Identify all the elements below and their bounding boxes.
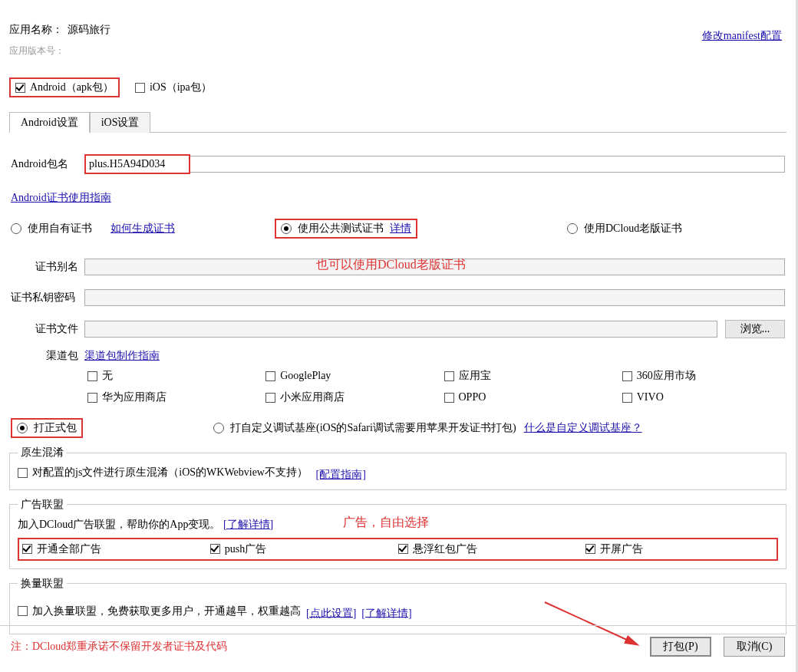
checkbox-channel-none[interactable]: 无 xyxy=(87,369,250,383)
checkbox-icon xyxy=(398,544,408,554)
checkbox-android[interactable]: Android（apk包） xyxy=(15,81,114,94)
checkbox-ad-push[interactable]: push广告 xyxy=(210,542,398,556)
checkbox-icon xyxy=(265,393,275,403)
legend-exchange: 换量联盟 xyxy=(18,577,67,591)
checkbox-channel-yyb[interactable]: 应用宝 xyxy=(444,369,607,383)
cert-file-input[interactable] xyxy=(84,321,717,338)
android-package-input-ext[interactable] xyxy=(190,156,785,173)
checkbox-icon xyxy=(22,544,32,554)
public-cert-detail-link[interactable]: 详情 xyxy=(390,222,411,236)
checkbox-icon xyxy=(87,371,97,381)
checkbox-ad-splash[interactable]: 开屏广告 xyxy=(585,542,773,556)
checkbox-icon xyxy=(265,371,275,381)
cert-guide-link[interactable]: Android证书使用指南 xyxy=(11,192,111,203)
checkbox-ios-label: iOS（ipa包） xyxy=(150,81,212,94)
radio-build-official[interactable]: 打正式包 xyxy=(17,421,77,435)
custom-build-info-link[interactable]: 什么是自定义调试基座？ xyxy=(524,421,642,435)
app-name-value: 源码旅行 xyxy=(68,23,110,37)
how-generate-cert-link[interactable]: 如何生成证书 xyxy=(110,222,175,236)
channel-guide-link[interactable]: 渠道包制作指南 xyxy=(84,349,160,363)
fieldset-native-mixed: 原生混淆 对配置的js文件进行原生混淆（iOS的WKWebview不支持） [配… xyxy=(9,446,786,490)
exchange-detail-link[interactable]: [了解详情] xyxy=(361,607,411,618)
checkbox-native-mixed[interactable]: 对配置的js文件进行原生混淆（iOS的WKWebview不支持） xyxy=(18,466,308,479)
radio-icon xyxy=(213,423,224,433)
channel-label: 渠道包 xyxy=(11,349,84,363)
checkbox-channel-vivo[interactable]: VIVO xyxy=(622,390,785,404)
checkbox-channel-xiaomi[interactable]: 小米应用商店 xyxy=(265,390,428,404)
checkbox-channel-oppo[interactable]: OPPO xyxy=(444,390,607,404)
checkbox-ad-float[interactable]: 悬浮红包广告 xyxy=(398,542,586,556)
cert-alias-label: 证书别名 xyxy=(11,260,84,274)
radio-dcloud-cert-label: 使用DCloud老版证书 xyxy=(584,222,682,236)
annotation-cert-hint: 也可以使用DCloud老版证书 xyxy=(316,257,466,273)
tab-android[interactable]: Android设置 xyxy=(9,112,90,133)
checkbox-android-label: Android（apk包） xyxy=(30,81,114,94)
radio-icon xyxy=(281,223,292,234)
exchange-settings-link[interactable]: [点此设置] xyxy=(306,607,356,618)
footer-note: 注：DCloud郑重承诺不保留开发者证书及代码 xyxy=(11,640,227,654)
checkbox-icon xyxy=(444,371,454,381)
native-mixed-guide-link[interactable]: [配置指南] xyxy=(315,469,365,480)
cert-key-label: 证书私钥密码 xyxy=(11,291,84,305)
checkbox-icon xyxy=(15,83,25,93)
radio-public-cert-label: 使用公共测试证书 xyxy=(298,222,384,236)
checkbox-icon xyxy=(622,371,632,381)
tab-ios[interactable]: iOS设置 xyxy=(90,112,151,133)
checkbox-icon xyxy=(87,393,97,403)
exchange-desc: 加入换量联盟，免费获取更多用户，开通越早，权重越高 xyxy=(32,604,301,618)
radio-build-custom[interactable]: 打自定义调试基座(iOS的Safari调试需要用苹果开发证书打包) xyxy=(213,421,516,435)
browse-button[interactable]: 浏览... xyxy=(725,320,785,338)
checkbox-channel-googleplay[interactable]: GooglePlay xyxy=(265,369,428,383)
radio-icon xyxy=(11,223,21,234)
checkbox-channel-360[interactable]: 360应用市场 xyxy=(622,369,785,383)
checkbox-icon xyxy=(622,393,632,403)
cert-file-label: 证书文件 xyxy=(11,322,84,336)
radio-icon xyxy=(17,423,28,433)
checkbox-icon xyxy=(210,544,220,554)
build-button[interactable]: 打包(P) xyxy=(650,637,711,657)
radio-dcloud-cert[interactable]: 使用DCloud老版证书 xyxy=(567,222,682,236)
android-package-input[interactable] xyxy=(86,156,189,173)
cancel-button[interactable]: 取消(C) xyxy=(724,637,785,657)
radio-icon xyxy=(567,223,578,234)
native-mixed-label: 对配置的js文件进行原生混淆（iOS的WKWebview不支持） xyxy=(32,466,308,479)
ads-desc: 加入DCloud广告联盟，帮助你的App变现。 xyxy=(18,519,220,530)
checkbox-icon xyxy=(585,544,595,554)
radio-public-cert[interactable]: 使用公共测试证书 xyxy=(281,222,384,236)
android-package-label: Android包名 xyxy=(11,157,84,171)
checkbox-channel-huawei[interactable]: 华为应用商店 xyxy=(87,390,250,404)
radio-own-cert-label: 使用自有证书 xyxy=(28,222,92,236)
radio-own-cert[interactable]: 使用自有证书 xyxy=(11,222,110,236)
checkbox-ios[interactable]: iOS（ipa包） xyxy=(135,81,212,94)
cert-key-input[interactable] xyxy=(84,289,785,306)
app-version-label: 应用版本号： xyxy=(9,44,786,58)
fieldset-ads: 广告联盟 加入DCloud广告联盟，帮助你的App变现。 [了解详情] 广告，自… xyxy=(9,498,786,569)
checkbox-exchange[interactable]: 加入换量联盟，免费获取更多用户，开通越早，权重越高 xyxy=(18,604,301,618)
legend-ads: 广告联盟 xyxy=(18,498,67,512)
ads-detail-link[interactable]: [了解详情] xyxy=(223,519,273,530)
radio-build-official-label: 打正式包 xyxy=(34,421,77,435)
annotation-ad-hint: 广告，自由选择 xyxy=(343,515,429,531)
checkbox-icon xyxy=(444,393,454,403)
radio-build-custom-label: 打自定义调试基座(iOS的Safari调试需要用苹果开发证书打包) xyxy=(230,421,516,435)
app-name-label: 应用名称： xyxy=(9,23,63,37)
checkbox-ad-all[interactable]: 开通全部广告 xyxy=(22,542,210,556)
checkbox-icon xyxy=(18,468,28,478)
legend-native-mixed: 原生混淆 xyxy=(18,446,67,460)
checkbox-icon xyxy=(135,83,145,93)
manifest-link[interactable]: 修改manifest配置 xyxy=(702,29,782,43)
checkbox-icon xyxy=(18,606,28,616)
